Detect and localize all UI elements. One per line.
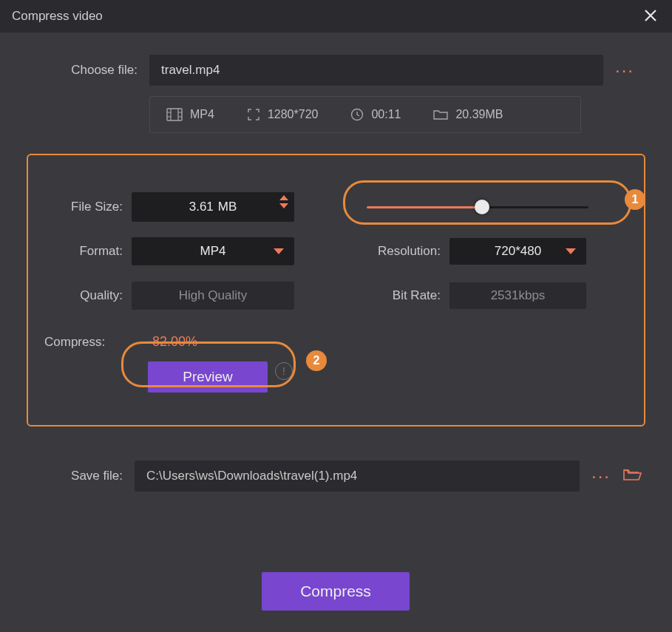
compress-ratio-label: Compress: bbox=[44, 335, 126, 350]
file-size-label: File Size: bbox=[49, 200, 132, 214]
folder-open-icon bbox=[622, 467, 642, 482]
close-button[interactable] bbox=[639, 4, 662, 27]
size-slider[interactable] bbox=[367, 196, 588, 218]
choose-file-value: travel.mp4 bbox=[161, 63, 220, 78]
choose-file-label: Choose file: bbox=[27, 63, 149, 78]
save-file-label: Save file: bbox=[27, 469, 135, 483]
quality-label: Quality: bbox=[49, 288, 132, 303]
compress-button[interactable]: Compress bbox=[262, 572, 410, 611]
compress-button-label: Compress bbox=[300, 582, 371, 600]
quality-value: High Quality bbox=[179, 288, 248, 303]
window-title: Compress video bbox=[12, 9, 103, 24]
close-icon bbox=[643, 8, 658, 23]
slider-fill bbox=[367, 206, 482, 208]
title-bar: Compress video bbox=[0, 0, 672, 33]
callout-badge-1: 1 bbox=[625, 189, 645, 210]
choose-file-row: Choose file: travel.mp4 ··· bbox=[27, 55, 645, 86]
chevron-down-icon bbox=[274, 248, 284, 254]
choose-file-browse-button[interactable]: ··· bbox=[603, 60, 634, 81]
format-label: Format: bbox=[49, 244, 132, 259]
callout-badge-2: 2 bbox=[306, 350, 327, 371]
file-size-value: 3.61 bbox=[189, 200, 214, 214]
format-value: MP4 bbox=[200, 244, 226, 259]
settings-panel: 1 2 File Size: 3.61 MB bbox=[27, 154, 645, 427]
compress-video-dialog: Compress video Choose file: travel.mp4 ·… bbox=[0, 0, 672, 632]
callout-preview bbox=[121, 342, 296, 387]
info-duration: 00:11 bbox=[334, 108, 417, 121]
resolution-label: Resolution: bbox=[367, 244, 449, 259]
svg-rect-0 bbox=[167, 109, 182, 120]
resolution-dropdown[interactable]: 720*480 bbox=[449, 238, 586, 265]
bitrate-value-box: 2531kbps bbox=[449, 282, 586, 309]
save-file-value: C:\Users\ws\Downloads\travel(1).mp4 bbox=[146, 469, 357, 483]
info-dimensions-value: 1280*720 bbox=[268, 108, 319, 121]
info-format-value: MP4 bbox=[190, 108, 214, 121]
info-dimensions: 1280*720 bbox=[231, 108, 335, 121]
info-size: 20.39MB bbox=[417, 108, 519, 121]
slider-thumb[interactable] bbox=[475, 200, 489, 214]
info-format: MP4 bbox=[150, 108, 231, 121]
bitrate-value: 2531kbps bbox=[491, 288, 546, 303]
quality-value-box: High Quality bbox=[132, 282, 294, 310]
open-folder-button[interactable] bbox=[622, 467, 642, 486]
bitrate-label: Bit Rate: bbox=[367, 288, 449, 303]
dialog-content: Choose file: travel.mp4 ··· MP4 1280*720 bbox=[0, 33, 672, 492]
film-icon bbox=[166, 108, 183, 121]
save-file-field[interactable]: C:\Users\ws\Downloads\travel(1).mp4 bbox=[135, 461, 580, 492]
clock-icon bbox=[350, 108, 364, 121]
file-size-unit: MB bbox=[218, 200, 237, 214]
file-size-input[interactable]: 3.61 MB bbox=[132, 192, 294, 222]
save-file-browse-button[interactable]: ··· bbox=[580, 466, 611, 486]
info-duration-value: 00:11 bbox=[371, 108, 401, 121]
choose-file-field[interactable]: travel.mp4 bbox=[149, 55, 603, 86]
file-info-bar: MP4 1280*720 00:11 20.39MB bbox=[149, 96, 581, 133]
info-size-value: 20.39MB bbox=[455, 108, 503, 121]
file-size-down[interactable] bbox=[279, 203, 288, 208]
save-file-row: Save file: C:\Users\ws\Downloads\travel(… bbox=[27, 461, 645, 492]
format-dropdown[interactable]: MP4 bbox=[132, 237, 294, 265]
file-size-up[interactable] bbox=[279, 195, 288, 200]
chevron-down-icon bbox=[566, 248, 576, 254]
resolution-value: 720*480 bbox=[495, 244, 541, 259]
folder-icon bbox=[433, 109, 448, 120]
expand-icon bbox=[247, 108, 260, 121]
